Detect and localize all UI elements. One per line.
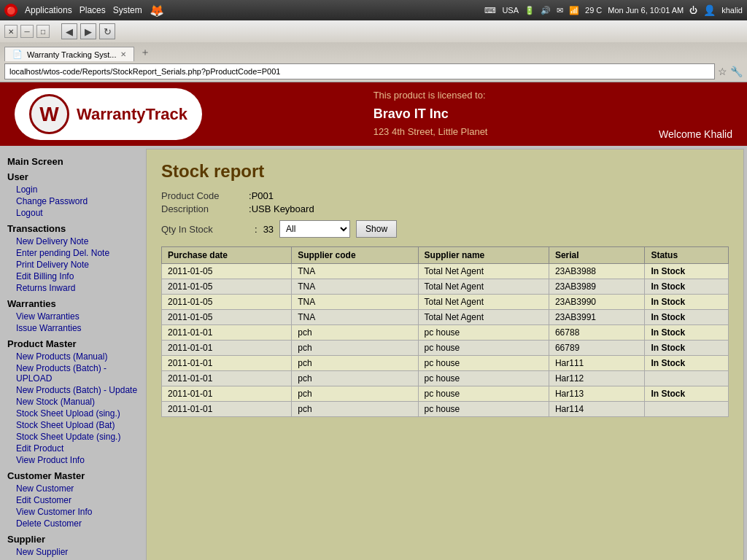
network-icon: 📶 [569,6,579,15]
browser-tab[interactable]: 📄 Warranty Tracking Syst... ✕ [4,47,134,61]
mail-icon: ✉ [557,6,563,15]
sidebar-item-new-products-manual[interactable]: New Products (Manual) [7,351,139,362]
sidebar-item-new-stock-manual[interactable]: New Stock (Manual) [7,396,139,408]
cell-supplier-code: pch [292,371,418,386]
cell-supplier-code: pch [292,341,418,356]
cell-status [645,402,729,417]
cell-status: In Stock [645,279,729,295]
sidebar-item-enter-pending[interactable]: Enter pending Del. Note [7,247,139,259]
sidebar-item-login[interactable]: Login [7,184,139,195]
product-master-title: Product Master [7,338,139,349]
qty-value: 33 [263,224,274,235]
cell-supplier-code: TNA [292,279,418,295]
sidebar-item-new-customer[interactable]: New Customer [7,483,139,494]
maximize-window-button[interactable]: □ [36,25,50,38]
page-wrapper: W WarrantyTrack This product is licensed… [0,82,747,560]
table-row: 2011-01-05 TNA Total Net Agent 23AB3991 … [162,310,729,325]
supplier-section-title: Supplier [7,534,139,545]
transactions-section-title: Transactions [7,223,139,234]
sidebar-item-new-supplier[interactable]: New Supplier [7,546,139,558]
sidebar-item-delete-customer[interactable]: Delete Customer [7,518,139,529]
new-tab-button[interactable]: ＋ [134,44,156,61]
cell-status: In Stock [645,341,729,356]
col-supplier-code: Supplier code [292,247,418,264]
close-window-button[interactable]: ✕ [4,25,18,38]
cell-serial: Har113 [549,386,644,402]
tab-favicon: 📄 [12,50,23,59]
reload-button[interactable]: ↻ [99,23,115,39]
cell-date: 2011-01-01 [162,325,292,341]
sidebar-item-logout[interactable]: Logout [7,207,139,219]
product-code-value: P001 [252,190,274,201]
description-row: Description : USB Keyboard [161,203,729,214]
tab-bar: 📄 Warranty Tracking Syst... ✕ ＋ [0,42,747,61]
keyboard-icon: ⌨ [484,6,496,15]
sidebar-item-edit-customer[interactable]: Edit Customer [7,494,139,506]
bookmark-icon[interactable]: ☆ [718,66,727,77]
locale-label: USA [502,6,519,15]
applications-menu[interactable]: Applications [25,5,72,15]
table-row: 2011-01-01 pch pc house Har113 In Stock [162,386,729,402]
cell-supplier-name: pc house [418,386,549,402]
tab-close-button[interactable]: ✕ [120,50,126,58]
filter-select[interactable]: All In Stock Out of Stock [279,220,350,238]
cell-status: In Stock [645,310,729,325]
cell-supplier-name: Total Net Agent [418,279,549,295]
sidebar-item-print-delivery-note[interactable]: Print Delivery Note [7,259,139,271]
tab-title: Warranty Tracking Syst... [27,50,116,59]
places-menu[interactable]: Places [80,5,106,15]
cell-date: 2011-01-01 [162,341,292,356]
cell-status [645,371,729,386]
product-info-grid: Product Code : P001 Description : USB Ke… [161,190,729,214]
cell-serial: 66789 [549,341,644,356]
forward-button[interactable]: ▶ [80,23,96,39]
content-area: Stock report Product Code : P001 Descrip… [146,149,744,560]
license-label: This product is licensed to: [374,88,488,104]
system-menu[interactable]: System [113,5,142,15]
table-header-row: Purchase date Supplier code Supplier nam… [162,247,729,264]
cell-supplier-code: pch [292,356,418,371]
sidebar-item-change-password[interactable]: Change Password [7,195,139,207]
cell-date: 2011-01-01 [162,356,292,371]
sidebar-item-new-delivery-note[interactable]: New Delivery Note [7,236,139,247]
sidebar-item-view-customer-info[interactable]: View Customer Info [7,506,139,518]
sidebar-item-stock-sheet-upload-bat[interactable]: Stock Sheet Upload (Bat) [7,419,139,431]
sidebar-item-new-products-batch-update[interactable]: New Products (Batch) - Update [7,384,139,396]
cell-status: In Stock [645,386,729,402]
cell-date: 2011-01-01 [162,371,292,386]
sidebar-item-view-product-info[interactable]: View Product Info [7,454,139,466]
sidebar-item-view-warranties[interactable]: View Warranties [7,311,139,322]
minimize-window-button[interactable]: ─ [20,25,34,38]
cell-supplier-name: pc house [418,371,549,386]
battery-icon: 🔋 [525,6,535,15]
description-label: Description [161,203,249,214]
os-bar: 🔴 Applications Places System 🦊 ⌨ USA 🔋 🔊… [0,0,747,20]
cell-date: 2011-01-01 [162,402,292,417]
sidebar-item-edit-product[interactable]: Edit Product [7,443,139,454]
welcome-text: Welcome Khalid [659,128,732,140]
user-section-title: User [7,171,139,182]
power-icon: ⏻ [689,6,697,15]
cell-supplier-name: pc house [418,356,549,371]
cell-serial: 23AB3990 [549,295,644,310]
sidebar-item-returns-inward[interactable]: Returns Inward [7,282,139,294]
cell-status: In Stock [645,295,729,310]
sidebar-item-stock-sheet-update[interactable]: Stock Sheet Update (sing.) [7,431,139,443]
sidebar-item-edit-billing[interactable]: Edit Billing Info [7,271,139,282]
table-row: 2011-01-01 pch pc house Har114 [162,402,729,417]
url-input[interactable] [4,63,715,79]
sidebar-item-new-products-batch-upload[interactable]: New Products (Batch) - UPLOAD [7,362,139,384]
table-row: 2011-01-01 pch pc house 66788 In Stock [162,325,729,341]
back-button[interactable]: ◀ [61,23,77,39]
wrench-icon[interactable]: 🔧 [730,66,743,77]
site-header: W WarrantyTrack This product is licensed… [0,82,747,146]
show-button[interactable]: Show [356,220,397,238]
datetime-label: Mon Jun 6, 10:01 AM [608,6,684,15]
sidebar-item-stock-sheet-upload-sing[interactable]: Stock Sheet Upload (sing.) [7,408,139,419]
table-row: 2011-01-01 pch pc house Har111 In Stock [162,356,729,371]
cell-serial: 23AB3988 [549,264,644,279]
sidebar-item-issue-warranties[interactable]: Issue Warranties [7,322,139,334]
cell-supplier-code: TNA [292,295,418,310]
temp-label: 29 C [585,6,602,15]
table-row: 2011-01-05 TNA Total Net Agent 23AB3988 … [162,264,729,279]
